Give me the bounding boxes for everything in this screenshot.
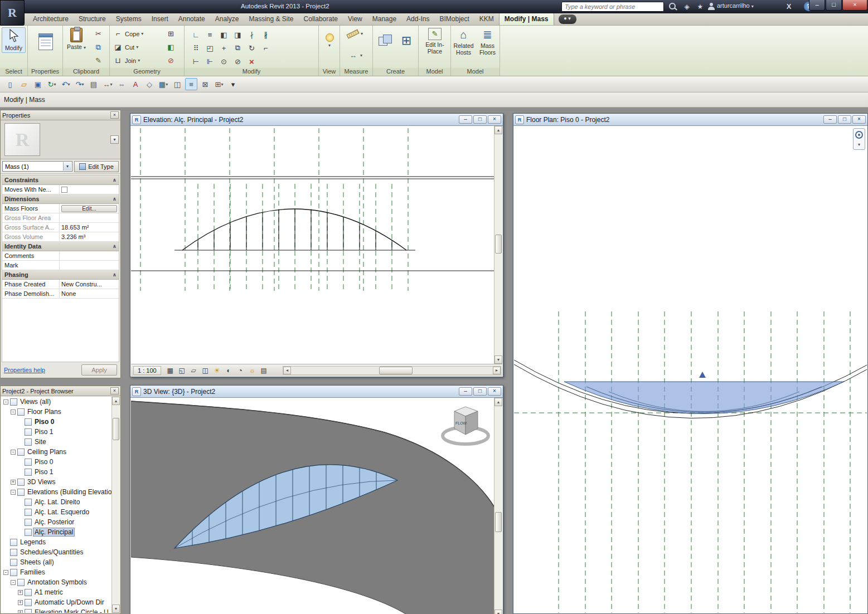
new-file-button[interactable]: ▯: [4, 78, 16, 90]
threed-maximize-button[interactable]: □: [473, 387, 487, 396]
tree-item-label[interactable]: Piso 1: [33, 468, 54, 476]
measure-dropdown-icon[interactable]: ▾: [110, 82, 112, 87]
tree-item-al-principal[interactable]: Alç. Principal: [1, 527, 111, 537]
print-button[interactable]: ▤: [88, 78, 100, 90]
expand-icon[interactable]: +: [18, 600, 23, 605]
tab-add-ins[interactable]: Add-Ins: [401, 13, 434, 25]
reveal-hidden-elements-button[interactable]: ☼: [248, 366, 257, 375]
tree-item-piso-1[interactable]: Piso 1: [1, 427, 111, 437]
properties-help-link[interactable]: Properties help: [4, 367, 45, 373]
tree-item-a1-metric[interactable]: +A1 metric: [1, 587, 111, 597]
show-crop-region-button[interactable]: ▦: [166, 366, 175, 375]
paste-dropdown-icon[interactable]: ▾: [84, 45, 86, 50]
save-button[interactable]: ▣: [32, 78, 44, 90]
property-value[interactable]: [60, 185, 119, 194]
tag-by-category-button[interactable]: ◇: [143, 78, 156, 90]
cut-geometry-button[interactable]: ◪Cut▾: [113, 42, 138, 52]
tree-item-floor-plans[interactable]: -Floor Plans: [1, 407, 111, 417]
panel-label-geometry[interactable]: Geometry: [110, 68, 184, 76]
rotate-button[interactable]: ↻: [246, 43, 257, 53]
property-group-constraints[interactable]: Constraints∧: [2, 176, 119, 185]
tab-systems[interactable]: Systems: [111, 13, 147, 25]
type-selector-combo[interactable]: Mass (1) ▾: [2, 161, 72, 172]
mirror-draw-axis-button[interactable]: ◨: [232, 30, 243, 40]
tree-item-annotation-symbols[interactable]: -Annotation Symbols: [1, 577, 111, 587]
tree-item-piso-0[interactable]: Piso 0: [1, 417, 111, 427]
shadows-button[interactable]: ◐: [224, 366, 234, 375]
favorites-star-icon[interactable]: ★: [695, 2, 706, 12]
tree-item-label[interactable]: Legends: [19, 538, 47, 546]
floorplan-canvas[interactable]: [514, 126, 867, 613]
threed-minimize-button[interactable]: –: [459, 387, 472, 396]
tree-item-label[interactable]: Alç. Posterior: [33, 518, 75, 526]
property-value[interactable]: [60, 261, 119, 270]
redo-button[interactable]: ↷▾: [74, 78, 86, 90]
switch-windows-dropdown-icon[interactable]: ▾: [221, 82, 223, 87]
collapse-icon[interactable]: -: [11, 490, 16, 495]
scale-button[interactable]: 1 : 100: [133, 366, 161, 375]
tree-item-piso-1[interactable]: Piso 1: [1, 467, 111, 477]
exchange-apps-icon[interactable]: X: [783, 2, 794, 12]
tree-item-automatic-up-down-dir[interactable]: +Automatic Up/Down Dir: [1, 597, 111, 607]
tree-item-site[interactable]: Site: [1, 437, 111, 447]
signed-in-user[interactable]: arturcarrilho ▾: [717, 2, 754, 9]
scale-button[interactable]: ◰: [205, 43, 215, 53]
elevation-canvas[interactable]: [131, 126, 494, 364]
demolish-button[interactable]: ⊘: [166, 55, 176, 66]
ribbon-display-toggle[interactable]: ● ▾: [559, 14, 576, 24]
threed-view-window[interactable]: R 3D View: {3D} - Project2 – □ ×: [130, 385, 503, 614]
move-button[interactable]: +: [219, 43, 229, 53]
panel-label-model-2[interactable]: Model: [451, 68, 500, 76]
collapse-group-icon[interactable]: ∧: [113, 177, 117, 183]
tab-analyze[interactable]: Analyze: [210, 13, 244, 25]
tree-item-label[interactable]: Piso 0: [33, 418, 55, 426]
aligned-dimension-button[interactable]: ⇔: [115, 78, 128, 90]
view-dropdown-icon[interactable]: ▾: [328, 43, 331, 48]
app-maximize-button[interactable]: □: [826, 0, 842, 11]
panel-label-create[interactable]: Create: [373, 68, 418, 76]
edit-type-button[interactable]: Edit Type: [74, 161, 119, 172]
threed-vertical-scrollbar[interactable]: ▲ ▼: [494, 398, 502, 614]
tree-item-label[interactable]: Ceiling Plans: [26, 448, 67, 456]
collapse-group-icon[interactable]: ∧: [113, 196, 117, 202]
tree-item-views-all[interactable]: -Views (all): [1, 397, 111, 407]
copy-to-clipboard-button[interactable]: ⧉: [93, 42, 104, 52]
undo-dropdown-icon[interactable]: ▾: [67, 82, 70, 87]
collapse-icon[interactable]: -: [3, 399, 8, 405]
floorplan-window-titlebar[interactable]: R Floor Plan: Piso 0 - Project2 – □ ×: [513, 114, 867, 126]
elevation-minimize-button[interactable]: –: [459, 115, 472, 124]
tree-item-elevations-building-elevatio[interactable]: -Elevations (Building Elevatio: [1, 487, 111, 497]
align-button[interactable]: ∟: [191, 30, 201, 40]
collapse-icon[interactable]: -: [3, 570, 8, 575]
edit-mass-floors-button[interactable]: Edit...: [61, 205, 117, 212]
apply-button[interactable]: Apply: [81, 364, 117, 376]
threed-canvas[interactable]: FLOW: [131, 398, 494, 614]
tree-item-label[interactable]: 3D Views: [26, 478, 56, 486]
property-value[interactable]: 18.653 m²: [60, 223, 119, 232]
text-button[interactable]: A: [129, 78, 142, 90]
checkbox[interactable]: [61, 187, 67, 193]
redo-dropdown-icon[interactable]: ▾: [81, 82, 84, 87]
tree-item-schedules-quantities[interactable]: Schedules/Quantities: [1, 547, 111, 557]
measure-button[interactable]: ▾: [347, 31, 363, 36]
scroll-left-icon[interactable]: ◄: [283, 367, 291, 374]
modify-button[interactable]: Modify: [2, 27, 26, 53]
cut-dropdown-icon[interactable]: ▾: [136, 45, 138, 50]
browser-scrollbar[interactable]: ▲ ▼: [111, 397, 120, 613]
worksharing-display-button[interactable]: ▤: [259, 366, 269, 375]
threed-close-button[interactable]: ×: [488, 387, 501, 396]
collapse-icon[interactable]: -: [11, 410, 16, 415]
tab-modify-mass[interactable]: Modify | Mass: [499, 13, 554, 25]
customize-quick-access-toolbar-button[interactable]: ▾: [227, 78, 239, 90]
app-minimize-button[interactable]: –: [809, 0, 825, 11]
sign-in-user-icon[interactable]: [708, 3, 715, 10]
split-element-button[interactable]: ∤: [246, 30, 257, 40]
expand-icon[interactable]: +: [18, 590, 23, 595]
delete-button[interactable]: ×: [246, 56, 257, 67]
search-input[interactable]: [562, 3, 663, 10]
undo-button[interactable]: ↶▾: [60, 78, 72, 90]
tree-item-al-posterior[interactable]: Alç. Posterior: [1, 517, 111, 527]
properties-header[interactable]: Properties ×: [1, 110, 120, 120]
tree-item-label[interactable]: Elevations (Building Elevatio: [26, 488, 111, 496]
expand-icon[interactable]: +: [18, 610, 23, 613]
